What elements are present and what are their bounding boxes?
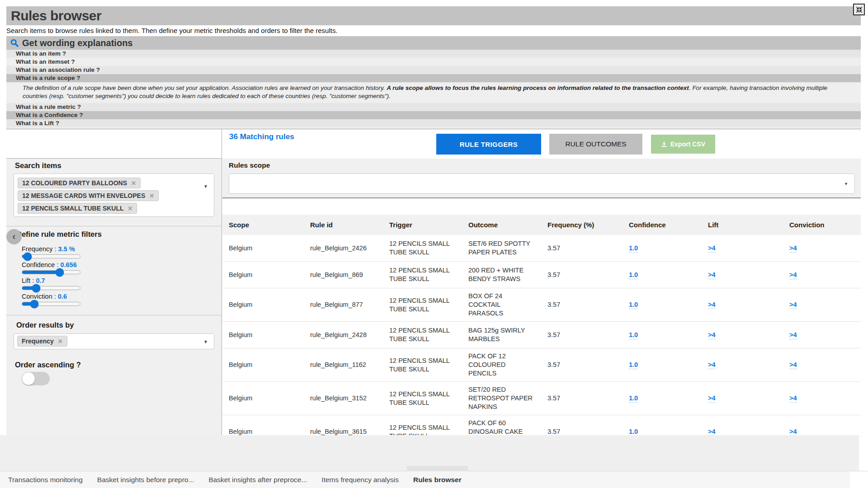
chevron-down-icon: ▼: [844, 182, 848, 186]
cell-scope: Belgium: [229, 427, 310, 435]
conviction-link[interactable]: >4: [789, 301, 797, 309]
selected-item-tag[interactable]: 12 PENCILS SMALL TUBE SKULL✕: [18, 203, 137, 214]
tab-basket-insights-after-preproce-[interactable]: Basket insights after preproce...: [208, 476, 307, 484]
remove-tag-icon[interactable]: ✕: [149, 192, 154, 199]
compress-window-button[interactable]: [853, 4, 865, 15]
cell-conviction: >4: [789, 244, 861, 253]
wording-explanations-header[interactable]: Get wording explanations: [6, 36, 861, 50]
cell-frequency: 3.57: [547, 361, 629, 369]
faq-item[interactable]: What is a rule metric ?: [6, 103, 861, 111]
remove-tag-icon[interactable]: ✕: [128, 205, 133, 212]
faq-list: What is an item ?What is an itemset ?Wha…: [6, 50, 861, 136]
conviction-link[interactable]: >4: [789, 244, 797, 253]
title-bar: Rules browser: [6, 6, 861, 25]
confidence-link[interactable]: 1.0: [629, 271, 638, 279]
lift-link[interactable]: >4: [708, 301, 716, 309]
lift-link[interactable]: >4: [708, 271, 716, 279]
rule-outcomes-button[interactable]: RULE OUTCOMES: [549, 134, 642, 155]
cell-rule-id: rule_Belgium_869: [310, 271, 389, 279]
faq-item[interactable]: What is an itemset ?: [6, 58, 861, 66]
lift-link[interactable]: >4: [708, 331, 716, 339]
slider-name: Conviction :: [22, 293, 58, 300]
tab-transactions-monitoring[interactable]: Transactions monitoring: [8, 476, 83, 484]
selected-item-tag[interactable]: 12 MESSAGE CARDS WITH ENVELOPES✕: [18, 190, 159, 201]
tab-basket-insights-before-prepro-[interactable]: Basket insights before prepro...: [97, 476, 194, 484]
conviction-link[interactable]: >4: [789, 428, 797, 435]
confidence-link[interactable]: 1.0: [629, 428, 638, 435]
confidence-link[interactable]: 1.0: [629, 301, 638, 309]
faq-item[interactable]: What is a Confidence ?: [6, 111, 861, 119]
faq-item[interactable]: What is an association rule ?: [6, 66, 861, 74]
order-ascending-toggle[interactable]: [22, 372, 50, 385]
download-icon: [661, 141, 667, 147]
cell-trigger: 12 PENCILS SMALL TUBE SKULL: [389, 423, 468, 436]
export-csv-button[interactable]: Export CSV: [651, 135, 715, 154]
selected-item-tag[interactable]: Frequency✕: [17, 336, 67, 347]
cell-lift: >4: [708, 271, 789, 279]
rule-triggers-button[interactable]: RULE TRIGGERS: [436, 134, 541, 155]
cell-outcome: 200 RED + WHITE BENDY STRAWS: [468, 266, 547, 283]
confidence-link[interactable]: 1.0: [629, 361, 638, 369]
metric-sliders: Frequency : 3.5 %Confidence : 0.656Lift …: [22, 245, 80, 309]
slider-name: Lift :: [22, 277, 36, 284]
cell-rule-id: rule_Belgium_3615: [310, 427, 389, 435]
slider-thumb[interactable]: [30, 300, 38, 308]
order-results-tags: Frequency✕: [17, 336, 67, 347]
tab-items-frequency-analysis[interactable]: Items frequency analysis: [321, 476, 399, 484]
faq-item[interactable]: What is a rule scope ?: [6, 74, 861, 82]
order-results-select[interactable]: Frequency✕ ▼: [14, 333, 214, 349]
results-panel: 36 Matching rules RULE TRIGGERS RULE OUT…: [222, 129, 861, 435]
faq-item[interactable]: What is an item ?: [6, 50, 861, 58]
column-header: Outcome: [468, 221, 547, 229]
cell-scope: Belgium: [229, 300, 310, 309]
slider-thumb[interactable]: [32, 284, 40, 292]
confidence-link[interactable]: 1.0: [629, 331, 638, 339]
lift-link[interactable]: >4: [708, 428, 716, 435]
slider-label: Confidence : 0.656: [22, 261, 80, 268]
tag-label: Frequency: [22, 338, 54, 345]
metric-filters-section: Define rule metric filters Frequency : 3…: [6, 226, 222, 315]
conviction-link[interactable]: >4: [789, 361, 797, 369]
rules-scope-select[interactable]: ▼: [229, 174, 855, 194]
cell-rule-id: rule_Belgium_2426: [310, 244, 389, 253]
faq-detail-text: The definition of a rule scope have been…: [6, 82, 861, 103]
tag-label: 12 PENCILS SMALL TUBE SKULL: [22, 205, 124, 212]
search-items-tags: 12 COLOURED PARTY BALLOONS✕12 MESSAGE CA…: [18, 178, 159, 214]
lift-link[interactable]: >4: [708, 394, 716, 403]
slider-value: 0.7: [36, 277, 45, 284]
slider-track[interactable]: [22, 286, 80, 290]
cell-scope: Belgium: [229, 271, 310, 279]
remove-tag-icon[interactable]: ✕: [58, 338, 63, 345]
table-row: Belgiumrule_Belgium_361512 PENCILS SMALL…: [222, 415, 861, 435]
slider-track[interactable]: [22, 302, 80, 306]
cell-outcome: PACK OF 12 COLOURED PENCILS: [468, 352, 547, 378]
slider-track[interactable]: [22, 270, 80, 274]
conviction-link[interactable]: >4: [789, 271, 797, 279]
confidence-link[interactable]: 1.0: [629, 394, 638, 403]
remove-tag-icon[interactable]: ✕: [131, 180, 136, 187]
lift-link[interactable]: >4: [708, 244, 716, 253]
cell-outcome: SET/6 RED SPOTTY PAPER PLATES: [468, 239, 547, 257]
rule-triggers-label: RULE TRIGGERS: [460, 141, 518, 148]
confidence-link[interactable]: 1.0: [629, 244, 638, 253]
slider-value: 0.6: [58, 293, 67, 300]
tag-label: 12 MESSAGE CARDS WITH ENVELOPES: [22, 192, 145, 199]
selected-item-tag[interactable]: 12 COLOURED PARTY BALLOONS✕: [18, 178, 141, 188]
cell-frequency: 3.57: [547, 271, 629, 279]
search-items-select[interactable]: 12 COLOURED PARTY BALLOONS✕12 MESSAGE CA…: [14, 174, 214, 217]
collapse-panel-button[interactable]: ‹: [6, 229, 22, 244]
conviction-link[interactable]: >4: [789, 331, 797, 339]
results-header: 36 Matching rules RULE TRIGGERS RULE OUT…: [222, 129, 861, 159]
rules-scope-label: Rules scope: [229, 161, 270, 169]
cell-outcome: SET/20 RED RETROSPOT PAPER NAPKINS: [468, 385, 547, 411]
slider-thumb[interactable]: [23, 252, 32, 261]
faq-item[interactable]: What is a Lift ?: [6, 119, 861, 127]
slider-thumb[interactable]: [56, 268, 64, 277]
scrollbar-track[interactable]: [859, 435, 868, 471]
cell-lift: >4: [708, 394, 789, 403]
slider-track[interactable]: [22, 254, 80, 258]
conviction-link[interactable]: >4: [789, 394, 797, 403]
tab-rules-browser[interactable]: Rules browser: [413, 476, 462, 484]
metric-slider: Lift : 0.7: [22, 277, 80, 293]
lift-link[interactable]: >4: [708, 361, 716, 369]
